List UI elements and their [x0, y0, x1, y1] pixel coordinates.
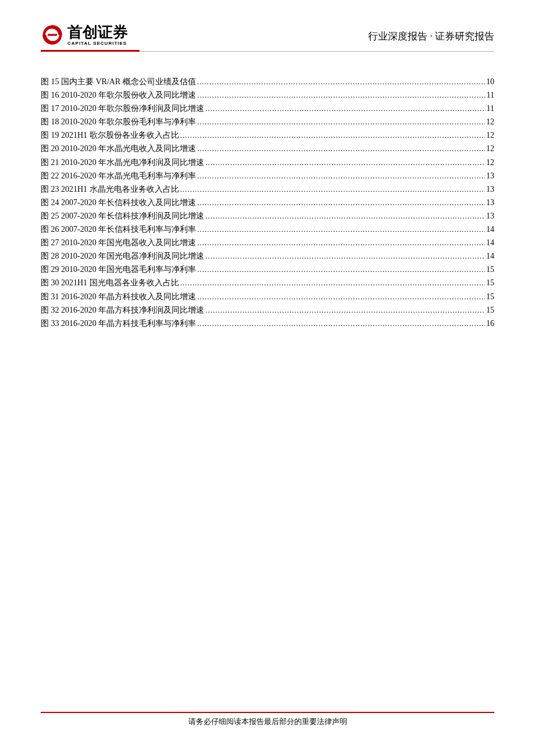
toc-entry-label: 图 22 2016-2020 年水晶光电毛利率与净利率 [41, 169, 196, 182]
toc-entry-page: 16 [486, 317, 494, 330]
toc-entry-label: 图 25 2007-2020 年长信科技净利润及同比增速 [41, 209, 204, 223]
toc-entry[interactable]: 图 30 2021H1 国光电器各业务收入占比15 [41, 276, 494, 289]
toc-entry[interactable]: 图 19 2021H1 歌尔股份各业务收入占比12 [41, 128, 494, 142]
header-subtitle: 行业深度报告 · 证券研究报告 [368, 30, 494, 46]
toc-leader-dots [197, 236, 485, 249]
toc-entry-page: 11 [487, 102, 494, 115]
toc-leader-dots [205, 156, 485, 169]
toc-entry-page: 12 [486, 156, 494, 169]
toc-entry-label: 图 15 国内主要 VR/AR 概念公司业绩及估值 [41, 75, 196, 88]
toc-leader-dots [205, 249, 485, 263]
header-rule [41, 50, 494, 52]
toc-entry-page: 12 [486, 128, 494, 142]
toc-entry-page: 15 [486, 290, 494, 303]
toc-leader-dots [180, 276, 485, 289]
toc-entry[interactable]: 图 22 2016-2020 年水晶光电毛利率与净利率13 [41, 169, 494, 182]
toc-leader-dots [180, 182, 485, 196]
toc-entry-label: 图 23 2021H1 水晶光电各业务收入占比 [41, 182, 179, 196]
page-footer: 请务必仔细阅读本报告最后部分的重要法律声明 [41, 712, 494, 727]
page-container: 首创证券 CAPITAL SECURITIES 行业深度报告 · 证券研究报告 … [0, 0, 535, 756]
toc-entry[interactable]: 图 32 2016-2020 年晶方科技净利润及同比增速15 [41, 303, 494, 317]
footer-rule [41, 712, 494, 713]
toc-entry[interactable]: 图 16 2010-2020 年歌尔股份收入及同比增速11 [41, 88, 494, 102]
toc-entry[interactable]: 图 29 2010-2020 年国光电器毛利率与净利率15 [41, 263, 494, 276]
toc-entry-label: 图 17 2010-2020 年歌尔股份净利润及同比增速 [41, 102, 204, 115]
brand-logo-icon [41, 23, 64, 46]
toc-entry[interactable]: 图 15 国内主要 VR/AR 概念公司业绩及估值10 [41, 75, 494, 88]
toc-entry-label: 图 26 2007-2020 年长信科技毛利率与净利率 [41, 223, 196, 236]
toc-entry-page: 12 [486, 142, 494, 155]
toc-leader-dots [205, 209, 485, 223]
toc-entry-page: 14 [486, 236, 494, 249]
toc-leader-dots [197, 263, 485, 276]
toc-leader-dots [180, 128, 485, 142]
toc-leader-dots [197, 223, 485, 236]
toc-entry-label: 图 30 2021H1 国光电器各业务收入占比 [41, 276, 179, 289]
toc-leader-dots [197, 317, 485, 330]
figure-toc: 图 15 国内主要 VR/AR 概念公司业绩及估值10图 16 2010-202… [41, 75, 494, 330]
brand-text-block: 首创证券 CAPITAL SECURITIES [67, 24, 128, 46]
toc-entry-page: 14 [486, 249, 494, 263]
toc-entry-page: 13 [486, 209, 494, 223]
toc-entry[interactable]: 图 28 2010-2020 年国光电器净利润及同比增速14 [41, 249, 494, 263]
toc-leader-dots [197, 115, 485, 128]
toc-entry-label: 图 20 2010-2020 年水晶光电收入及同比增速 [41, 142, 196, 155]
toc-entry-label: 图 27 2010-2020 年国光电器收入及同比增速 [41, 236, 196, 249]
toc-entry-page: 13 [486, 196, 494, 209]
toc-leader-dots [197, 169, 485, 182]
toc-entry-label: 图 28 2010-2020 年国光电器净利润及同比增速 [41, 249, 204, 263]
toc-entry[interactable]: 图 17 2010-2020 年歌尔股份净利润及同比增速11 [41, 102, 494, 115]
toc-entry-page: 15 [486, 276, 494, 289]
toc-entry-page: 15 [486, 303, 494, 317]
toc-entry[interactable]: 图 24 2007-2020 年长信科技收入及同比增速13 [41, 196, 494, 209]
toc-entry-label: 图 29 2010-2020 年国光电器毛利率与净利率 [41, 263, 196, 276]
toc-entry-page: 11 [487, 88, 494, 102]
toc-entry[interactable]: 图 21 2010-2020 年水晶光电净利润及同比增速12 [41, 156, 494, 169]
toc-entry[interactable]: 图 33 2016-2020 年晶方科技毛利率与净利率16 [41, 317, 494, 330]
toc-entry-page: 13 [486, 169, 494, 182]
toc-entry-page: 12 [486, 115, 494, 128]
toc-entry-label: 图 19 2021H1 歌尔股份各业务收入占比 [41, 128, 179, 142]
toc-entry-page: 14 [486, 223, 494, 236]
toc-entry-page: 13 [486, 182, 494, 196]
toc-leader-dots [205, 102, 485, 115]
toc-entry-label: 图 33 2016-2020 年晶方科技毛利率与净利率 [41, 317, 196, 330]
toc-entry-label: 图 32 2016-2020 年晶方科技净利润及同比增速 [41, 303, 204, 317]
toc-leader-dots [197, 196, 485, 209]
toc-leader-dots [197, 290, 485, 303]
brand-logo: 首创证券 CAPITAL SECURITIES [41, 23, 128, 46]
toc-entry[interactable]: 图 31 2016-2020 年晶方科技收入及同比增速15 [41, 290, 494, 303]
toc-entry[interactable]: 图 25 2007-2020 年长信科技净利润及同比增速13 [41, 209, 494, 223]
toc-entry-label: 图 24 2007-2020 年长信科技收入及同比增速 [41, 196, 196, 209]
toc-leader-dots [197, 75, 485, 88]
toc-entry[interactable]: 图 27 2010-2020 年国光电器收入及同比增速14 [41, 236, 494, 249]
brand-name-en: CAPITAL SECURITIES [67, 41, 128, 46]
toc-entry[interactable]: 图 20 2010-2020 年水晶光电收入及同比增速12 [41, 142, 494, 155]
brand-name-cn: 首创证券 [67, 24, 128, 40]
toc-entry[interactable]: 图 18 2010-2020 年歌尔股份毛利率与净利率12 [41, 115, 494, 128]
footer-disclaimer: 请务必仔细阅读本报告最后部分的重要法律声明 [41, 716, 494, 727]
toc-entry-page: 15 [486, 263, 494, 276]
toc-entry[interactable]: 图 26 2007-2020 年长信科技毛利率与净利率14 [41, 223, 494, 236]
toc-entry-label: 图 31 2016-2020 年晶方科技收入及同比增速 [41, 290, 196, 303]
toc-entry-page: 10 [486, 75, 494, 88]
toc-entry-label: 图 21 2010-2020 年水晶光电净利润及同比增速 [41, 156, 204, 169]
toc-entry[interactable]: 图 23 2021H1 水晶光电各业务收入占比13 [41, 182, 494, 196]
toc-entry-label: 图 18 2010-2020 年歌尔股份毛利率与净利率 [41, 115, 196, 128]
svg-rect-0 [48, 34, 57, 35]
toc-leader-dots [197, 88, 485, 102]
toc-leader-dots [205, 303, 485, 317]
toc-leader-dots [197, 142, 485, 155]
toc-entry-label: 图 16 2010-2020 年歌尔股份收入及同比增速 [41, 88, 196, 102]
page-header: 首创证券 CAPITAL SECURITIES 行业深度报告 · 证券研究报告 [41, 23, 494, 49]
